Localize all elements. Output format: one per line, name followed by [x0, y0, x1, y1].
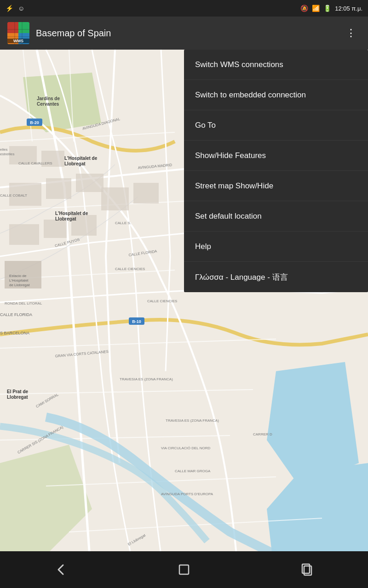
svg-text:de Llobregat: de Llobregat — [9, 283, 30, 287]
svg-text:CALLE S.: CALLE S. — [115, 221, 131, 225]
svg-text:CARRER D: CARRER D — [253, 432, 272, 436]
mute-icon: 🔕 — [300, 5, 308, 12]
svg-text:CALLE CIENCIES: CALLE CIENCIES — [115, 267, 145, 271]
svg-text:L'Hospitalet de: L'Hospitalet de — [55, 211, 88, 216]
menu-item-switch-embedded[interactable]: Switch to embedded connection — [184, 80, 368, 110]
menu-item-label: Show/Hide Features — [195, 151, 266, 160]
menu-item-label: Switch to embedded connection — [195, 90, 306, 100]
svg-text:CALLE FLORIDA: CALLE FLORIDA — [0, 312, 32, 317]
svg-text:Llobregat: Llobregat — [7, 395, 28, 400]
svg-text:elles: elles — [0, 147, 7, 152]
menu-item-street-map[interactable]: Street map Show/Hide — [184, 171, 368, 201]
svg-text:TRAVESIA ES (ZONA FRANCA): TRAVESIA ES (ZONA FRANCA) — [120, 377, 173, 381]
usb-icon: ⚡ — [6, 5, 13, 12]
menu-item-label: Help — [195, 242, 211, 251]
svg-text:L'Hospitalet de: L'Hospitalet de — [64, 156, 98, 161]
overflow-menu-button[interactable]: ⋮ — [342, 23, 361, 43]
svg-text:CALLE CAVALLERS: CALLE CAVALLERS — [18, 161, 52, 165]
menu-item-label: Go To — [195, 121, 216, 130]
svg-text:CALLE CIENCIES: CALLE CIENCIES — [147, 299, 177, 303]
status-bar-left: ⚡ ☺ — [6, 5, 24, 12]
back-button[interactable] — [43, 557, 80, 582]
app-icon: WMS — [7, 22, 29, 44]
menu-item-default-location[interactable]: Set default location — [184, 201, 368, 232]
svg-rect-17 — [76, 174, 104, 192]
menu-item-label: Set default location — [195, 212, 262, 221]
svg-text:estrellles: estrellles — [0, 152, 15, 156]
svg-rect-22 — [133, 183, 159, 204]
menu-item-language[interactable]: Γλώσσα - Language - 语言 — [184, 262, 368, 292]
svg-text:CALLE MAR GROGA: CALLE MAR GROGA — [175, 469, 211, 473]
svg-text:Estacio de: Estacio de — [9, 274, 27, 278]
svg-text:Llobregat: Llobregat — [64, 161, 86, 166]
home-button[interactable] — [166, 557, 202, 582]
nav-bar — [0, 551, 368, 588]
svg-text:S BARCELONA: S BARCELONA — [0, 331, 29, 335]
svg-text:RONDA DEL LITORAL: RONDA DEL LITORAL — [5, 301, 42, 305]
svg-text:VIA CIRCULACIÓ DEL NORD: VIA CIRCULACIÓ DEL NORD — [161, 446, 211, 450]
svg-rect-1 — [18, 22, 29, 33]
svg-rect-0 — [7, 22, 18, 33]
svg-text:B-20: B-20 — [30, 120, 39, 125]
svg-rect-18 — [9, 224, 39, 245]
svg-rect-19 — [44, 220, 67, 238]
svg-rect-64 — [179, 565, 189, 574]
svg-text:Llobregat: Llobregat — [55, 216, 76, 221]
recents-button[interactable] — [288, 557, 325, 582]
svg-text:CALLE COBALT: CALLE COBALT — [0, 193, 27, 198]
svg-text:Jardins de: Jardins de — [37, 96, 60, 101]
app-title: Basemap of Spain — [36, 28, 342, 39]
app-bar: WMS Basemap of Spain ⋮ — [0, 17, 368, 50]
menu-item-go-to[interactable]: Go To — [184, 110, 368, 141]
svg-text:El Prat de: El Prat de — [7, 389, 29, 394]
svg-rect-16 — [46, 178, 71, 199]
menu-item-switch-wms[interactable]: Switch WMS connections — [184, 50, 368, 80]
svg-text:L'Hospitalet: L'Hospitalet — [9, 278, 29, 283]
smiley-icon: ☺ — [18, 5, 24, 12]
menu-item-label: Street map Show/Hide — [195, 181, 273, 191]
menu-item-label: Switch WMS connections — [195, 60, 283, 69]
menu-item-show-hide-features[interactable]: Show/Hide Features — [184, 141, 368, 171]
svg-rect-21 — [101, 187, 129, 210]
time-display: 12:05 π.μ. — [335, 5, 362, 12]
status-bar-right: 🔕 📶 🔋 12:05 π.μ. — [300, 5, 362, 12]
menu-item-label: Γλώσσα - Language - 语言 — [195, 272, 288, 283]
battery-icon: 🔋 — [323, 5, 331, 12]
svg-text:Cervantes: Cervantes — [37, 102, 59, 107]
wifi-icon: 📶 — [312, 5, 320, 12]
svg-text:TRAVESIA ES (ZONA FRANCA): TRAVESIA ES (ZONA FRANCA) — [166, 418, 219, 423]
dropdown-menu: Switch WMS connections Switch to embedde… — [184, 50, 368, 292]
status-bar: ⚡ ☺ 🔕 📶 🔋 12:05 π.μ. — [0, 0, 368, 17]
svg-text:B-10: B-10 — [132, 319, 141, 324]
menu-item-help[interactable]: Help — [184, 232, 368, 262]
svg-text:AVINGUDA PORTS D'EUROPA: AVINGUDA PORTS D'EUROPA — [161, 492, 213, 496]
